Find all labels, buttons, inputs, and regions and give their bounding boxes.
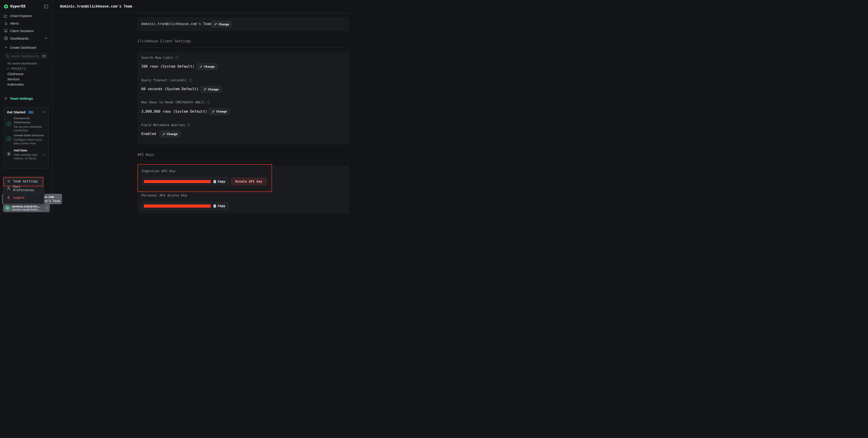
gear-icon bbox=[4, 97, 8, 100]
sidebar-item-team-settings[interactable]: Team Settings bbox=[0, 96, 53, 101]
client-settings-heading: ClickHouse Client Settings bbox=[137, 39, 191, 43]
gear-icon bbox=[7, 179, 11, 183]
max-rows-label: Max Rows to Read (METADATA ONLY) ? bbox=[141, 100, 210, 104]
sidebar-item-dashboards[interactable]: Dashboards bbox=[0, 35, 53, 42]
sidebar-item-label: Chart Explorer bbox=[10, 14, 32, 18]
user-account-chip[interactable]: D dominic.tran@clic... dominic.tran@clic… bbox=[3, 204, 50, 212]
menu-item-label: User Preferences bbox=[13, 184, 43, 192]
step-title: Create Data Sources bbox=[14, 133, 46, 137]
query-timeout-value: 60 seconds (System Default) bbox=[141, 87, 199, 91]
help-icon[interactable]: ? bbox=[189, 78, 192, 82]
tooltip-line-1: se.com bbox=[43, 195, 54, 199]
dashboard-grid-icon bbox=[4, 36, 8, 40]
get-started-title: Get Started bbox=[7, 110, 26, 114]
get-started-step[interactable]: Add Data Start sending logs, metrics, or… bbox=[14, 148, 40, 160]
step-title: Add Data bbox=[14, 148, 40, 153]
avatar: D bbox=[5, 205, 10, 211]
api-keys-heading: API Keys bbox=[137, 153, 154, 157]
logo-row: HyperDX bbox=[4, 3, 50, 10]
ingestion-api-key-label: Ingestion API Key bbox=[142, 169, 175, 173]
laptop-icon bbox=[4, 29, 8, 33]
hyperdx-logo-icon bbox=[4, 4, 8, 9]
check-circle-icon bbox=[6, 121, 11, 126]
pencil-icon bbox=[162, 133, 165, 135]
copy-ingestion-key-button[interactable]: Copy bbox=[213, 177, 225, 185]
help-icon[interactable]: ? bbox=[207, 101, 210, 104]
plus-icon: + bbox=[5, 45, 8, 49]
arrow-right-icon[interactable]: → bbox=[42, 152, 46, 157]
sidebar-item-client-sessions[interactable]: Client Sessions bbox=[0, 27, 53, 35]
max-rows-value: 3,000,000 rows (System Default) bbox=[141, 109, 207, 113]
logout-icon bbox=[7, 196, 11, 199]
section-divider bbox=[137, 13, 349, 14]
preset-item-services[interactable]: Services bbox=[7, 77, 20, 81]
chevron-up-icon[interactable] bbox=[44, 37, 48, 39]
presets-header[interactable]: PRESETS bbox=[7, 67, 26, 70]
chart-line-icon bbox=[4, 14, 8, 18]
get-started-header[interactable]: Get Started 2/3 bbox=[7, 110, 46, 114]
menu-item-label: Team Settings bbox=[13, 179, 38, 183]
pencil-icon bbox=[199, 65, 202, 68]
get-started-step[interactable]: Create Data Sources Configure where your… bbox=[14, 133, 46, 145]
menu-item-team-settings[interactable]: Team Settings bbox=[4, 178, 43, 185]
bell-icon bbox=[4, 22, 8, 25]
change-max-rows-button[interactable]: Change bbox=[209, 108, 230, 115]
create-dashboard-label: Create Dashboard bbox=[10, 46, 36, 49]
chevron-up-icon[interactable] bbox=[43, 111, 46, 113]
team-name-value: dominic.tran@clickhouse.com's Team bbox=[141, 22, 211, 26]
get-started-step[interactable]: Connect to ClickHouse Set up your databa… bbox=[14, 116, 42, 132]
collapse-sidebar-icon[interactable] bbox=[43, 4, 49, 9]
step-title: Connect to ClickHouse bbox=[14, 116, 42, 125]
sidebar-item-label: Dashboards bbox=[10, 36, 29, 40]
team-name-panel: dominic.tran@clickhouse.com's Team Chang… bbox=[137, 17, 349, 31]
search-row-limit-value: 200 rows (System Default) bbox=[141, 64, 194, 69]
account-menu: Team Settings User Preferences Logout bbox=[3, 176, 44, 204]
clipboard-icon bbox=[213, 204, 216, 208]
change-search-row-limit-button[interactable]: Change bbox=[196, 63, 218, 70]
step-number-badge: 3 bbox=[6, 151, 11, 156]
get-started-progress-badge: 2/3 bbox=[27, 110, 34, 114]
saved-dashboards-search-input[interactable]: Saved Dashboards ⌘K bbox=[4, 53, 49, 59]
query-timeout-label: Query Timeout (seconds) ? bbox=[141, 78, 192, 82]
step-desc: Configure where your data comes from bbox=[14, 138, 46, 145]
sidebar-item-alerts[interactable]: Alerts bbox=[0, 20, 53, 27]
change-field-metadata-button[interactable]: Change bbox=[159, 131, 181, 137]
no-saved-dashboards-text: No saved dashboards bbox=[7, 62, 37, 65]
search-icon bbox=[6, 55, 9, 58]
menu-item-user-preferences[interactable]: User Preferences bbox=[4, 185, 43, 192]
rotate-api-key-button[interactable]: Rotate API Key bbox=[231, 177, 267, 186]
chevron-down-icon bbox=[7, 68, 9, 69]
pencil-icon bbox=[212, 110, 215, 113]
search-placeholder: Saved Dashboards bbox=[11, 55, 41, 58]
app-title: HyperDX bbox=[10, 4, 26, 8]
search-row-limit-label: Search Row Limit ? bbox=[141, 56, 178, 59]
pencil-icon bbox=[214, 23, 217, 26]
page-title: dominic.tran@clickhouse.com's Team bbox=[60, 4, 132, 8]
change-query-timeout-button[interactable]: Change bbox=[200, 86, 222, 93]
step-desc: Start sending logs, metrics, or traces bbox=[14, 153, 40, 160]
copy-personal-key-button[interactable]: Copy bbox=[213, 202, 225, 210]
pencil-icon bbox=[204, 88, 207, 91]
ingestion-api-key-field: Copy bbox=[142, 177, 228, 185]
section-divider bbox=[137, 161, 349, 161]
kbd-shortcut-badge: ⌘K bbox=[41, 54, 46, 58]
presets-label: PRESETS bbox=[11, 67, 26, 70]
help-icon[interactable]: ? bbox=[187, 123, 190, 127]
client-settings-panel: Search Row Limit ? 200 rows (System Defa… bbox=[137, 52, 349, 145]
user-email: dominic.tran@clickho... bbox=[12, 208, 40, 211]
redacted-api-key bbox=[144, 180, 211, 183]
create-dashboard-button[interactable]: + Create Dashboard bbox=[0, 45, 53, 50]
user-name: dominic.tran@clic... bbox=[12, 205, 40, 208]
personal-api-key-label: Personal API Access Key bbox=[142, 194, 187, 197]
menu-item-logout[interactable]: Logout bbox=[4, 194, 43, 201]
step-desc: Set up your database connection bbox=[14, 125, 42, 132]
preset-item-kubernetes[interactable]: Kubernetes bbox=[7, 82, 24, 86]
personal-api-key-field: Copy bbox=[142, 202, 228, 210]
get-started-card: Get Started 2/3 Connect to ClickHouse Se… bbox=[4, 107, 49, 169]
preset-item-clickhouse[interactable]: ClickHouse bbox=[7, 72, 24, 76]
change-team-name-button[interactable]: Change bbox=[211, 21, 232, 28]
tooltip-line-2: com's Team bbox=[42, 199, 60, 203]
clipboard-icon bbox=[213, 180, 216, 183]
help-icon[interactable]: ? bbox=[175, 56, 178, 59]
sidebar-item-chart-explorer[interactable]: Chart Explorer bbox=[0, 12, 53, 20]
